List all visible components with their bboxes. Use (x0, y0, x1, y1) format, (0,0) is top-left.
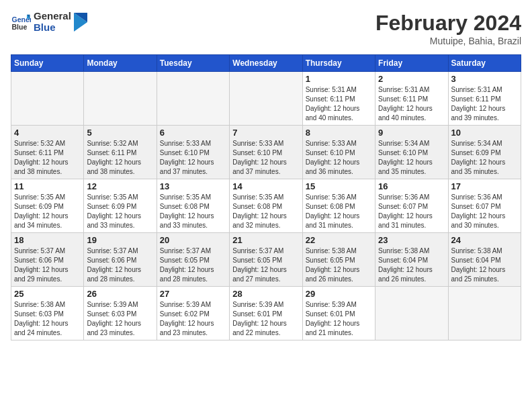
day-number: 21 (232, 235, 299, 245)
day-number: 29 (306, 289, 372, 299)
table-cell: 18Sunrise: 5:37 AM Sunset: 6:06 PM Dayli… (11, 233, 84, 287)
table-cell: 22Sunrise: 5:38 AM Sunset: 6:05 PM Dayli… (302, 233, 375, 287)
day-info: Sunrise: 5:33 AM Sunset: 6:10 PM Dayligh… (232, 139, 299, 177)
day-info: Sunrise: 5:33 AM Sunset: 6:10 PM Dayligh… (306, 139, 372, 177)
day-info: Sunrise: 5:32 AM Sunset: 6:11 PM Dayligh… (14, 139, 81, 177)
day-info: Sunrise: 5:35 AM Sunset: 6:09 PM Dayligh… (14, 193, 81, 230)
day-info: Sunrise: 5:34 AM Sunset: 6:10 PM Dayligh… (378, 139, 445, 177)
month-title: February 2024 (375, 11, 521, 36)
week-row-2: 4Sunrise: 5:32 AM Sunset: 6:11 PM Daylig… (11, 126, 521, 179)
table-cell (375, 287, 448, 340)
week-row-1: 1Sunrise: 5:31 AM Sunset: 6:11 PM Daylig… (11, 72, 521, 126)
table-cell: 11Sunrise: 5:35 AM Sunset: 6:09 PM Dayli… (11, 179, 84, 233)
day-number: 13 (160, 181, 226, 191)
table-cell: 20Sunrise: 5:37 AM Sunset: 6:05 PM Dayli… (157, 233, 229, 287)
day-info: Sunrise: 5:39 AM Sunset: 6:01 PM Dayligh… (232, 300, 299, 338)
day-info: Sunrise: 5:37 AM Sunset: 6:06 PM Dayligh… (87, 246, 153, 284)
table-cell (230, 72, 302, 126)
table-cell: 17Sunrise: 5:36 AM Sunset: 6:07 PM Dayli… (448, 179, 521, 233)
table-cell (11, 72, 84, 126)
day-number: 20 (160, 235, 226, 245)
day-info: Sunrise: 5:38 AM Sunset: 6:04 PM Dayligh… (378, 246, 445, 284)
day-info: Sunrise: 5:39 AM Sunset: 6:03 PM Dayligh… (87, 300, 153, 338)
week-row-5: 25Sunrise: 5:38 AM Sunset: 6:03 PM Dayli… (11, 287, 521, 340)
table-cell: 15Sunrise: 5:36 AM Sunset: 6:08 PM Dayli… (302, 179, 375, 233)
day-info: Sunrise: 5:39 AM Sunset: 6:02 PM Dayligh… (160, 300, 226, 338)
day-number: 3 (451, 74, 518, 84)
table-cell: 28Sunrise: 5:39 AM Sunset: 6:01 PM Dayli… (230, 287, 302, 340)
day-info: Sunrise: 5:37 AM Sunset: 6:05 PM Dayligh… (160, 246, 226, 284)
day-number: 17 (451, 181, 518, 191)
day-number: 28 (232, 289, 299, 299)
day-number: 8 (306, 128, 372, 138)
svg-text:Blue: Blue (12, 22, 28, 30)
day-info: Sunrise: 5:39 AM Sunset: 6:01 PM Dayligh… (306, 300, 372, 338)
weekday-header-wednesday: Wednesday (230, 55, 302, 72)
table-cell: 2Sunrise: 5:31 AM Sunset: 6:11 PM Daylig… (375, 72, 448, 126)
day-number: 1 (306, 74, 372, 84)
day-info: Sunrise: 5:38 AM Sunset: 6:04 PM Dayligh… (451, 246, 518, 284)
logo-blue: Blue (34, 22, 71, 34)
day-number: 25 (14, 289, 81, 299)
table-cell: 27Sunrise: 5:39 AM Sunset: 6:02 PM Dayli… (157, 287, 229, 340)
day-number: 14 (232, 181, 299, 191)
weekday-header-thursday: Thursday (302, 55, 375, 72)
week-row-3: 11Sunrise: 5:35 AM Sunset: 6:09 PM Dayli… (11, 179, 521, 233)
day-info: Sunrise: 5:35 AM Sunset: 6:09 PM Dayligh… (87, 193, 153, 230)
logo-icon: General Blue (11, 12, 31, 32)
table-cell: 9Sunrise: 5:34 AM Sunset: 6:10 PM Daylig… (375, 126, 448, 179)
day-number: 10 (451, 128, 518, 138)
weekday-header-row: SundayMondayTuesdayWednesdayThursdayFrid… (11, 55, 521, 72)
weekday-header-monday: Monday (84, 55, 157, 72)
day-number: 9 (378, 128, 445, 138)
title-block: February 2024 Mutuipe, Bahia, Brazil (375, 11, 521, 46)
table-cell: 10Sunrise: 5:34 AM Sunset: 6:09 PM Dayli… (448, 126, 521, 179)
table-cell (157, 72, 229, 126)
day-info: Sunrise: 5:38 AM Sunset: 6:03 PM Dayligh… (14, 300, 81, 338)
day-info: Sunrise: 5:37 AM Sunset: 6:06 PM Dayligh… (14, 246, 81, 284)
table-cell (448, 287, 521, 340)
day-info: Sunrise: 5:31 AM Sunset: 6:11 PM Dayligh… (451, 85, 518, 123)
day-number: 15 (306, 181, 372, 191)
day-info: Sunrise: 5:31 AM Sunset: 6:11 PM Dayligh… (378, 85, 445, 123)
day-number: 7 (232, 128, 299, 138)
location: Mutuipe, Bahia, Brazil (375, 36, 521, 46)
day-number: 5 (87, 128, 153, 138)
day-info: Sunrise: 5:35 AM Sunset: 6:08 PM Dayligh… (160, 193, 226, 230)
week-row-4: 18Sunrise: 5:37 AM Sunset: 6:06 PM Dayli… (11, 233, 521, 287)
weekday-header-tuesday: Tuesday (157, 55, 229, 72)
day-number: 11 (14, 181, 81, 191)
logo-arrow-icon (74, 13, 87, 32)
day-number: 16 (378, 181, 445, 191)
weekday-header-friday: Friday (375, 55, 448, 72)
day-number: 4 (14, 128, 81, 138)
table-cell: 29Sunrise: 5:39 AM Sunset: 6:01 PM Dayli… (302, 287, 375, 340)
day-info: Sunrise: 5:37 AM Sunset: 6:05 PM Dayligh… (232, 246, 299, 284)
day-number: 23 (378, 235, 445, 245)
day-info: Sunrise: 5:31 AM Sunset: 6:11 PM Dayligh… (306, 85, 372, 123)
table-cell: 3Sunrise: 5:31 AM Sunset: 6:11 PM Daylig… (448, 72, 521, 126)
logo: General Blue General Blue (11, 11, 87, 33)
table-cell: 8Sunrise: 5:33 AM Sunset: 6:10 PM Daylig… (302, 126, 375, 179)
table-cell: 26Sunrise: 5:39 AM Sunset: 6:03 PM Dayli… (84, 287, 157, 340)
day-info: Sunrise: 5:36 AM Sunset: 6:07 PM Dayligh… (378, 193, 445, 230)
table-cell: 25Sunrise: 5:38 AM Sunset: 6:03 PM Dayli… (11, 287, 84, 340)
day-number: 19 (87, 235, 153, 245)
table-cell (84, 72, 157, 126)
table-cell: 5Sunrise: 5:32 AM Sunset: 6:11 PM Daylig… (84, 126, 157, 179)
table-cell: 23Sunrise: 5:38 AM Sunset: 6:04 PM Dayli… (375, 233, 448, 287)
day-number: 6 (160, 128, 226, 138)
table-cell: 21Sunrise: 5:37 AM Sunset: 6:05 PM Dayli… (230, 233, 302, 287)
table-cell: 12Sunrise: 5:35 AM Sunset: 6:09 PM Dayli… (84, 179, 157, 233)
day-number: 24 (451, 235, 518, 245)
table-cell: 16Sunrise: 5:36 AM Sunset: 6:07 PM Dayli… (375, 179, 448, 233)
day-info: Sunrise: 5:36 AM Sunset: 6:07 PM Dayligh… (451, 193, 518, 230)
day-number: 18 (14, 235, 81, 245)
day-info: Sunrise: 5:36 AM Sunset: 6:08 PM Dayligh… (306, 193, 372, 230)
day-number: 22 (306, 235, 372, 245)
table-cell: 6Sunrise: 5:33 AM Sunset: 6:10 PM Daylig… (157, 126, 229, 179)
table-cell: 24Sunrise: 5:38 AM Sunset: 6:04 PM Dayli… (448, 233, 521, 287)
weekday-header-sunday: Sunday (11, 55, 84, 72)
logo-general: General (34, 11, 71, 22)
day-number: 26 (87, 289, 153, 299)
